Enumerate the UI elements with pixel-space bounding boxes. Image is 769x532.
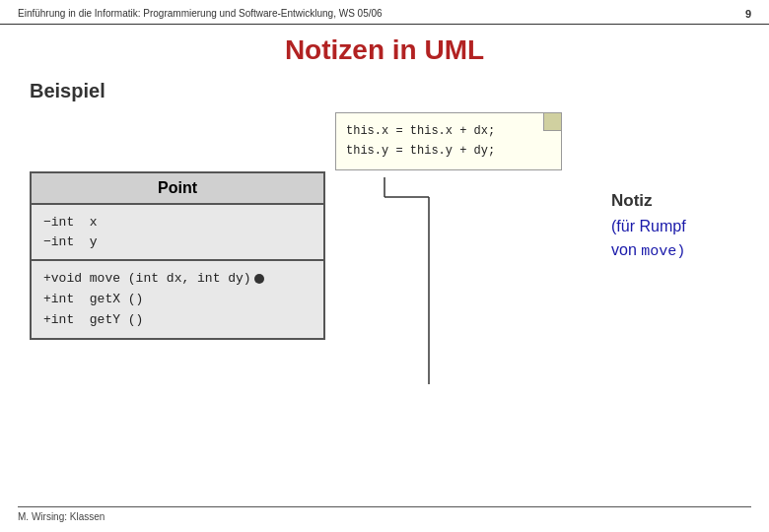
- uml-method-getX: +int getX (): [43, 290, 312, 310]
- note-box: this.x = this.x + dx; this.y = this.y + …: [335, 112, 562, 170]
- method-sig-getX: getX (): [90, 292, 144, 306]
- note-label-title: Notiz: [611, 191, 769, 211]
- uml-attr-row-y: −int y: [43, 233, 312, 252]
- attr-name-y: y: [90, 234, 98, 249]
- attr-name-x: x: [90, 215, 98, 230]
- method-sig-getY: getY (): [90, 312, 144, 327]
- uml-class-name: Point: [32, 173, 323, 205]
- main-title: Notizen in UML: [0, 34, 769, 66]
- note-line2: this.y = this.y + dy;: [346, 141, 551, 161]
- footer: M. Wirsing: Klassen: [18, 506, 751, 522]
- method-vis-move: +void: [43, 271, 90, 286]
- method-vis-getX: +int: [43, 292, 90, 306]
- attr-visibility-y: −int: [43, 234, 90, 249]
- content-area: this.x = this.x + dx; this.y = this.y + …: [30, 112, 769, 340]
- note-label-sub: (für Rumpf von move): [611, 215, 769, 264]
- header: Einführung in die Informatik: Programmie…: [0, 0, 769, 25]
- uml-methods: +void move (int dx, int dy) +int getX ()…: [32, 261, 323, 338]
- method-sig-move: move (int dx, int dy): [90, 271, 251, 286]
- header-title: Einführung in die Informatik: Programmie…: [18, 8, 383, 19]
- note-line1: this.x = this.x + dx;: [346, 121, 551, 141]
- section-label: Beispiel: [30, 80, 769, 102]
- slide-number: 9: [745, 8, 751, 20]
- note-label-sub3: move): [641, 243, 685, 260]
- uml-attributes: −int x −int y: [32, 205, 323, 261]
- slide: Einführung in die Informatik: Programmie…: [0, 0, 769, 532]
- uml-class: Point −int x −int y +void move (int dx, …: [30, 171, 325, 340]
- method-vis-getY: +int: [43, 312, 90, 327]
- footer-text: M. Wirsing: Klassen: [18, 511, 105, 522]
- uml-method-move: +void move (int dx, int dy): [43, 269, 312, 290]
- uml-method-getY: +int getY (): [43, 310, 312, 331]
- bullet-dot: [254, 274, 264, 284]
- note-label-sub1: (für Rumpf: [611, 218, 686, 234]
- attr-visibility-x: −int: [43, 215, 90, 230]
- note-label-sub2: von: [611, 241, 637, 258]
- uml-attr-row-x: −int x: [43, 213, 312, 233]
- note-label: Notiz (für Rumpf von move): [611, 191, 769, 264]
